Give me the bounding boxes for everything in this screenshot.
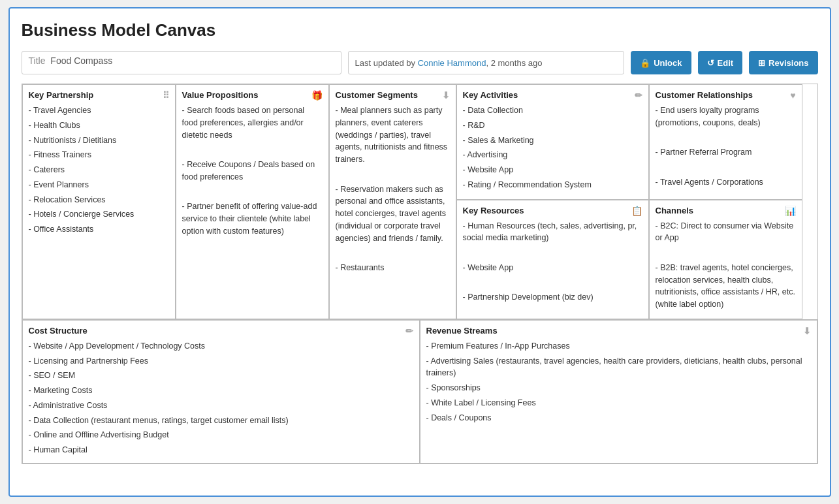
title-value: Food Compass xyxy=(50,55,112,66)
customer-segments-header: Customer Segments ⬇ xyxy=(336,90,450,101)
last-updated-user[interactable]: Connie Hammond xyxy=(418,58,486,68)
cost-structure-icon[interactable]: ✏ xyxy=(405,326,413,336)
revenue-streams-header: Revenue Streams ⬇ xyxy=(426,326,811,336)
key-partnership-content: - Travel Agencies - Health Clubs - Nutri… xyxy=(29,104,169,236)
revisions-button[interactable]: ⊞ Revisions xyxy=(749,51,817,74)
toolbar: Title Food Compass Last updated by Conni… xyxy=(22,51,818,74)
customer-relationships-header: Customer Relationships ♥ xyxy=(656,90,796,101)
revisions-icon: ⊞ xyxy=(758,58,765,68)
value-propositions-header: Value Propositions 🎁 xyxy=(182,90,323,101)
channels-content: - B2C: Direct to consumer via Website or… xyxy=(656,220,796,311)
key-resources-header: Key Resources 📋 xyxy=(463,206,642,216)
value-propositions-cell: Value Propositions 🎁 - Search foods base… xyxy=(176,84,329,319)
key-resources-icon[interactable]: 📋 xyxy=(631,206,642,216)
revenue-streams-content: - Premium Features / In-App Purchases - … xyxy=(426,340,811,424)
key-activities-content: - Data Collection - R&D - Sales & Market… xyxy=(463,104,642,191)
unlock-button[interactable]: 🔒 Unlock xyxy=(631,51,691,74)
key-activities-header: Key Activities ✏ xyxy=(463,90,642,101)
customer-segments-cell: Customer Segments ⬇ - Meal planners such… xyxy=(329,84,456,319)
key-resources-cell: Key Resources 📋 - Human Resources (tech,… xyxy=(456,200,649,319)
customer-segments-icon[interactable]: ⬇ xyxy=(442,90,450,101)
revenue-streams-cell: Revenue Streams ⬇ - Premium Features / I… xyxy=(420,320,817,464)
title-field[interactable]: Title Food Compass xyxy=(22,51,341,74)
canvas-grid: Key Partnership ⠿ - Travel Agencies - He… xyxy=(22,84,818,320)
bottom-grid: Cost Structure ✏ - Website / App Develop… xyxy=(22,320,818,464)
last-updated-text: Last updated by xyxy=(355,58,416,68)
customer-relationships-cell: Customer Relationships ♥ - End users loy… xyxy=(649,84,802,200)
title-label: Title xyxy=(29,55,46,66)
value-propositions-icon[interactable]: 🎁 xyxy=(311,90,323,101)
key-activities-cell: Key Activities ✏ - Data Collection - R&D… xyxy=(456,84,649,200)
key-activities-icon[interactable]: ✏ xyxy=(635,90,642,101)
last-updated-field: Last updated by Connie Hammond, 2 months… xyxy=(348,51,625,74)
channels-header: Channels 📊 xyxy=(656,206,796,216)
customer-relationships-content: - End users loyalty programs (promotions… xyxy=(656,104,796,189)
last-updated-ago: , 2 months ago xyxy=(486,58,542,68)
cost-structure-header: Cost Structure ✏ xyxy=(29,326,413,336)
channels-icon[interactable]: 📊 xyxy=(785,206,796,216)
revisions-label: Revisions xyxy=(768,58,808,68)
page-title: Business Model Canvas xyxy=(22,20,818,40)
edit-label: Edit xyxy=(718,58,734,68)
customer-segments-content: - Meal planners such as party planners, … xyxy=(336,104,450,274)
edit-button[interactable]: ↺ Edit xyxy=(698,51,743,74)
edit-icon: ↺ xyxy=(707,58,714,68)
key-partnership-icon[interactable]: ⠿ xyxy=(163,90,169,101)
revenue-streams-icon[interactable]: ⬇ xyxy=(803,326,811,336)
value-propositions-content: - Search foods based on personal food pr… xyxy=(182,104,323,238)
cost-structure-cell: Cost Structure ✏ - Website / App Develop… xyxy=(22,320,420,464)
main-container: Business Model Canvas Title Food Compass… xyxy=(8,7,831,497)
key-partnership-cell: Key Partnership ⠿ - Travel Agencies - He… xyxy=(22,84,176,319)
cost-structure-content: - Website / App Development / Technology… xyxy=(29,340,413,456)
channels-cell: Channels 📊 - B2C: Direct to consumer via… xyxy=(649,200,802,319)
unlock-label: Unlock xyxy=(654,58,682,68)
key-partnership-header: Key Partnership ⠿ xyxy=(29,90,169,101)
customer-relationships-icon[interactable]: ♥ xyxy=(790,90,795,101)
lock-icon: 🔒 xyxy=(640,58,650,68)
key-resources-content: - Human Resources (tech, sales, advertis… xyxy=(463,220,642,304)
